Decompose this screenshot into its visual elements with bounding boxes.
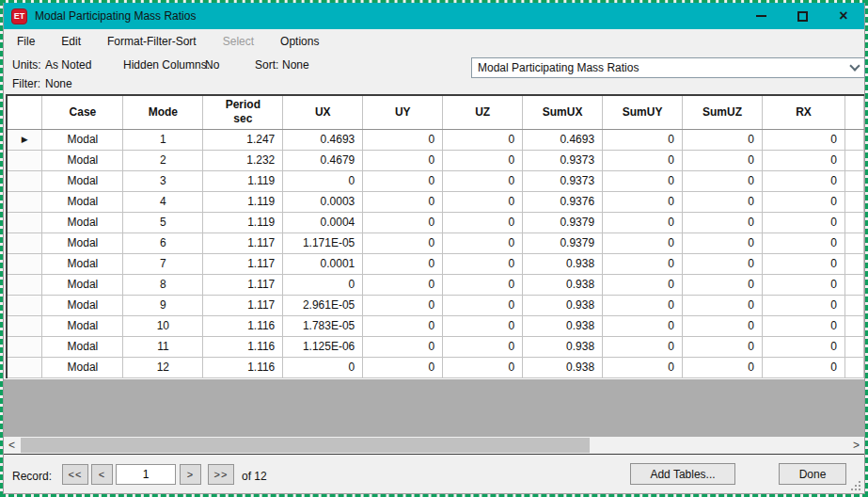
- table-cell[interactable]: 0: [443, 295, 523, 315]
- table-cell-blank[interactable]: [844, 129, 863, 150]
- table-cell-blank[interactable]: [844, 253, 863, 274]
- table-cell[interactable]: Modal: [42, 274, 123, 295]
- table-cell[interactable]: Modal: [42, 253, 123, 274]
- column-header-rx[interactable]: RX: [763, 95, 845, 129]
- table-cell[interactable]: 0: [683, 170, 763, 191]
- table-cell[interactable]: 0: [443, 170, 523, 191]
- row-selector-cell[interactable]: [7, 336, 42, 357]
- table-cell[interactable]: Modal: [42, 150, 123, 170]
- menu-item-edit[interactable]: Edit: [52, 31, 90, 52]
- table-cell[interactable]: 1.117: [203, 232, 283, 253]
- row-selector-cell[interactable]: [7, 191, 42, 212]
- table-cell[interactable]: 0.938: [523, 357, 603, 377]
- table-cell[interactable]: 0: [603, 170, 683, 191]
- next-record-button[interactable]: >: [180, 464, 201, 485]
- menu-item-file[interactable]: File: [8, 31, 44, 52]
- table-cell[interactable]: 9: [123, 295, 203, 315]
- table-cell[interactable]: 0: [603, 129, 683, 150]
- table-cell-blank[interactable]: [844, 336, 863, 357]
- table-cell[interactable]: 0: [763, 315, 845, 336]
- table-cell[interactable]: 0: [363, 336, 443, 357]
- table-cell[interactable]: 0: [603, 212, 683, 232]
- table-cell[interactable]: 0: [763, 170, 845, 191]
- table-cell[interactable]: 0: [443, 357, 523, 377]
- table-cell[interactable]: 0.938: [523, 315, 603, 336]
- table-cell[interactable]: 0: [363, 295, 443, 315]
- table-cell[interactable]: 0: [683, 150, 763, 170]
- table-cell[interactable]: 3: [123, 170, 203, 191]
- table-cell[interactable]: 0.4693: [283, 129, 363, 150]
- table-cell[interactable]: 0: [443, 191, 523, 212]
- table-cell[interactable]: Modal: [42, 191, 123, 212]
- table-cell[interactable]: 0.0001: [283, 253, 363, 274]
- table-cell[interactable]: 0: [763, 274, 845, 295]
- row-selector-cell[interactable]: [7, 170, 42, 191]
- table-cell[interactable]: 0: [443, 212, 523, 232]
- table-cell[interactable]: 0.9373: [523, 150, 603, 170]
- column-header-case[interactable]: Case: [42, 95, 123, 129]
- table-cell[interactable]: 6: [123, 232, 203, 253]
- table-cell[interactable]: 1.232: [203, 150, 283, 170]
- table-cell[interactable]: 8: [123, 274, 203, 295]
- done-button[interactable]: Done: [779, 463, 846, 485]
- table-cell[interactable]: 10: [123, 315, 203, 336]
- row-selector-cell[interactable]: [7, 274, 42, 295]
- table-cell[interactable]: 7: [123, 253, 203, 274]
- table-cell[interactable]: 0.938: [523, 274, 603, 295]
- table-cell[interactable]: 0: [603, 357, 683, 377]
- table-cell[interactable]: 0: [363, 357, 443, 377]
- row-selector-cell[interactable]: [7, 232, 42, 253]
- table-cell[interactable]: 12: [123, 357, 203, 377]
- table-cell-blank[interactable]: [844, 357, 863, 377]
- column-header-sumuz[interactable]: SumUZ: [683, 95, 763, 129]
- table-cell[interactable]: 0: [683, 212, 763, 232]
- table-cell[interactable]: 0: [363, 191, 443, 212]
- table-cell[interactable]: 2.961E-05: [283, 295, 363, 315]
- table-cell[interactable]: 0: [763, 212, 845, 232]
- maximize-button[interactable]: [781, 3, 823, 29]
- table-cell[interactable]: 0: [603, 150, 683, 170]
- table-cell[interactable]: 0: [283, 357, 363, 377]
- table-cell[interactable]: 0: [683, 336, 763, 357]
- table-cell[interactable]: 0.938: [523, 295, 603, 315]
- table-cell-blank[interactable]: [844, 295, 863, 315]
- table-cell[interactable]: 2: [123, 150, 203, 170]
- table-cell[interactable]: 11: [123, 336, 203, 357]
- table-cell[interactable]: 5: [123, 212, 203, 232]
- row-selector-cell[interactable]: [7, 357, 42, 377]
- table-cell[interactable]: 0: [603, 295, 683, 315]
- table-cell-blank[interactable]: [844, 170, 863, 191]
- table-cell[interactable]: 1.116: [203, 315, 283, 336]
- table-cell-blank[interactable]: [844, 191, 863, 212]
- column-header-uz[interactable]: UZ: [443, 95, 523, 129]
- table-cell[interactable]: Modal: [42, 315, 123, 336]
- table-cell[interactable]: 0.9376: [523, 191, 603, 212]
- current-record-input[interactable]: [116, 464, 176, 485]
- table-cell[interactable]: 0: [443, 336, 523, 357]
- table-cell[interactable]: 0: [363, 274, 443, 295]
- column-header-uy[interactable]: UY: [363, 95, 443, 129]
- minimize-button[interactable]: [740, 3, 781, 29]
- table-cell[interactable]: 0.4679: [283, 150, 363, 170]
- table-cell[interactable]: 0: [763, 232, 845, 253]
- table-cell[interactable]: 0: [683, 295, 763, 315]
- table-cell[interactable]: 1.119: [203, 212, 283, 232]
- table-cell[interactable]: 0: [443, 232, 523, 253]
- table-cell[interactable]: 0.938: [523, 336, 603, 357]
- first-record-button[interactable]: <<: [62, 464, 88, 485]
- table-cell[interactable]: 4: [123, 191, 203, 212]
- menu-item-format-filter-sort[interactable]: Format-Filter-Sort: [98, 31, 206, 52]
- horizontal-scrollbar[interactable]: < >: [4, 437, 864, 454]
- table-cell[interactable]: 0: [443, 315, 523, 336]
- table-cell[interactable]: 0: [443, 274, 523, 295]
- table-cell[interactable]: 0: [443, 253, 523, 274]
- table-cell[interactable]: Modal: [42, 295, 123, 315]
- row-selector-cell[interactable]: [7, 315, 42, 336]
- table-cell[interactable]: Modal: [42, 170, 123, 191]
- table-cell[interactable]: 0: [363, 170, 443, 191]
- table-cell[interactable]: Modal: [42, 232, 123, 253]
- table-cell[interactable]: 1.117: [203, 295, 283, 315]
- table-cell[interactable]: 0: [603, 336, 683, 357]
- table-cell[interactable]: 1.125E-06: [283, 336, 363, 357]
- column-header-sumuy[interactable]: SumUY: [603, 95, 683, 129]
